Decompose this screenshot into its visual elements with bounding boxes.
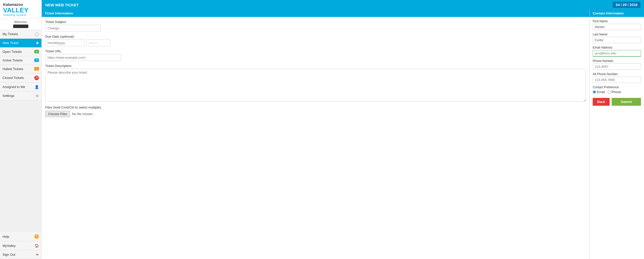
preference-options: Email Phone	[593, 90, 641, 94]
gear-icon: ⚙	[36, 94, 39, 98]
sidebar: Kalamazoo VALLEY Ticketing System Welcom…	[0, 0, 42, 259]
halted-tickets-badge: 1	[34, 67, 39, 71]
email-group: Email Address:	[593, 46, 641, 57]
phone-label: Phone Number:	[593, 59, 641, 63]
action-buttons: Back Submit	[593, 98, 641, 106]
contact-info-header: Contact Information	[590, 10, 644, 17]
sidebar-item-myvalley[interactable]: MyValley 🏠	[0, 241, 41, 250]
sidebar-label-my-tickets: My Tickets	[3, 32, 18, 36]
contact-info-title: Contact Information	[593, 11, 624, 15]
contact-pref-group: Contact Preference Email Phone	[593, 85, 641, 94]
sidebar-item-settings[interactable]: Settings ⚙	[0, 92, 41, 100]
sidebar-label-settings: Settings	[3, 94, 14, 98]
last-name-group: Last Name:	[593, 33, 641, 43]
ticket-form-panel: Ticket Information Ticket Subject: Due D…	[42, 10, 590, 259]
sidebar-label-closed-tickets: Closed Tickets	[3, 76, 24, 80]
phone-group: Phone Number:	[593, 59, 641, 70]
description-textarea[interactable]	[45, 69, 586, 102]
last-name-label: Last Name:	[593, 33, 641, 36]
plus-circle-icon: ✚	[36, 41, 39, 45]
alt-phone-group: Alt Phone Number:	[593, 72, 641, 83]
email-label: Email Address:	[593, 46, 641, 49]
submit-button[interactable]: Submit	[612, 98, 641, 106]
contact-pref-label: Contact Preference	[593, 85, 641, 89]
sidebar-item-closed-tickets[interactable]: Closed Tickets ✕	[0, 73, 41, 83]
person-circle-icon: ◯	[35, 32, 39, 36]
ticket-info-header: Ticket Information	[42, 10, 589, 17]
sidebar-item-assigned-to-me[interactable]: Assigned to Me 👤	[0, 83, 41, 92]
ticket-form-body: Ticket Subject: Due Date (optional): Tic…	[42, 17, 589, 123]
subject-group: Ticket Subject:	[45, 20, 586, 32]
username-bar	[13, 25, 28, 28]
open-tickets-badge: 3	[34, 50, 39, 53]
back-button[interactable]: Back	[593, 98, 610, 106]
welcome-text: Welcome,	[14, 20, 27, 24]
pref-email-label: Email	[597, 90, 605, 94]
contact-form-body: First Name: Last Name: Email Address: Ph…	[590, 17, 644, 108]
sidebar-item-my-tickets[interactable]: My Tickets ◯	[0, 30, 41, 39]
email-input[interactable]	[593, 50, 641, 57]
closed-tickets-badge: ✕	[34, 76, 39, 80]
choose-files-button[interactable]: Choose Files	[45, 111, 70, 117]
logo-area: Kalamazoo VALLEY Ticketing System	[0, 0, 41, 19]
files-label: Files (hold Cmd/Ctrl to select multiple)…	[45, 105, 586, 109]
signout-icon: ➤	[36, 252, 39, 256]
sidebar-item-new-ticket[interactable]: New Ticket ✚	[0, 39, 41, 48]
content-area: Ticket Information Ticket Subject: Due D…	[42, 10, 644, 259]
subject-input[interactable]	[45, 25, 101, 32]
due-date-label: Due Date (optional):	[45, 35, 586, 38]
contact-panel: Contact Information First Name: Last Nam…	[590, 10, 644, 259]
no-file-text: No file chosen	[72, 112, 93, 116]
sidebar-label-help: Help	[3, 235, 9, 239]
active-tickets-badge: 7	[34, 58, 39, 62]
first-name-group: First Name:	[593, 19, 641, 30]
due-time-input[interactable]	[86, 39, 110, 46]
url-group: Ticket URL:	[45, 49, 586, 61]
sidebar-item-open-tickets[interactable]: Open Tickets 3	[0, 48, 41, 56]
first-name-label: First Name:	[593, 19, 641, 23]
last-name-input[interactable]	[593, 37, 641, 43]
sidebar-label-myvalley: MyValley	[3, 244, 16, 248]
sidebar-label-halted-tickets: Halted Tickets	[3, 67, 23, 71]
logo-ticketing: Ticketing System	[3, 13, 38, 16]
files-group: Files (hold Cmd/Ctrl to select multiple)…	[45, 105, 586, 117]
pref-phone-radio[interactable]	[608, 90, 611, 94]
due-date-row	[45, 39, 586, 46]
logo-valley: VALLEY	[3, 7, 38, 13]
sidebar-label-open-tickets: Open Tickets	[3, 50, 22, 54]
sidebar-item-help[interactable]: Help ?	[0, 232, 41, 241]
sidebar-label-new-ticket: New Ticket	[3, 41, 19, 45]
due-date-input[interactable]	[45, 39, 84, 46]
main-content: NEW WEB TICKET 04 / 29 / 2018 Ticket Inf…	[42, 0, 644, 259]
pref-phone-label: Phone	[612, 90, 621, 94]
phone-input[interactable]	[593, 63, 641, 70]
sidebar-item-active-tickets[interactable]: Active Tickets 7	[0, 56, 41, 65]
description-label: Ticket Description:	[45, 64, 586, 68]
home-icon: 🏠	[35, 244, 39, 248]
ticket-info-title: Ticket Information	[45, 11, 73, 15]
page-title: NEW WEB TICKET	[45, 3, 79, 7]
pref-email-radio[interactable]	[593, 90, 596, 94]
url-label: Ticket URL:	[45, 49, 586, 53]
first-name-input[interactable]	[593, 24, 641, 30]
pref-phone-option[interactable]: Phone	[608, 90, 621, 94]
sidebar-item-halted-tickets[interactable]: Halted Tickets 1	[0, 65, 41, 73]
question-icon: ?	[34, 234, 39, 239]
header-bar: NEW WEB TICKET 04 / 29 / 2018	[42, 0, 644, 10]
subject-label: Ticket Subject:	[45, 20, 586, 24]
sidebar-label-sign-out: Sign Out	[3, 253, 15, 256]
sidebar-label-active-tickets: Active Tickets	[3, 58, 22, 62]
file-input-row: Choose Files No file chosen	[45, 111, 586, 117]
header-date: 04 / 29 / 2018	[613, 2, 640, 8]
assigned-person-icon: 👤	[35, 85, 39, 89]
due-date-group: Due Date (optional):	[45, 35, 586, 46]
alt-phone-label: Alt Phone Number:	[593, 72, 641, 76]
sidebar-item-sign-out[interactable]: Sign Out ➤	[0, 250, 41, 259]
url-input[interactable]	[45, 54, 121, 61]
alt-phone-input[interactable]	[593, 77, 641, 83]
sidebar-label-assigned-to-me: Assigned to Me	[3, 85, 25, 89]
pref-email-option[interactable]: Email	[593, 90, 605, 94]
description-group: Ticket Description:	[45, 64, 586, 102]
welcome-area: Welcome,	[0, 19, 41, 30]
